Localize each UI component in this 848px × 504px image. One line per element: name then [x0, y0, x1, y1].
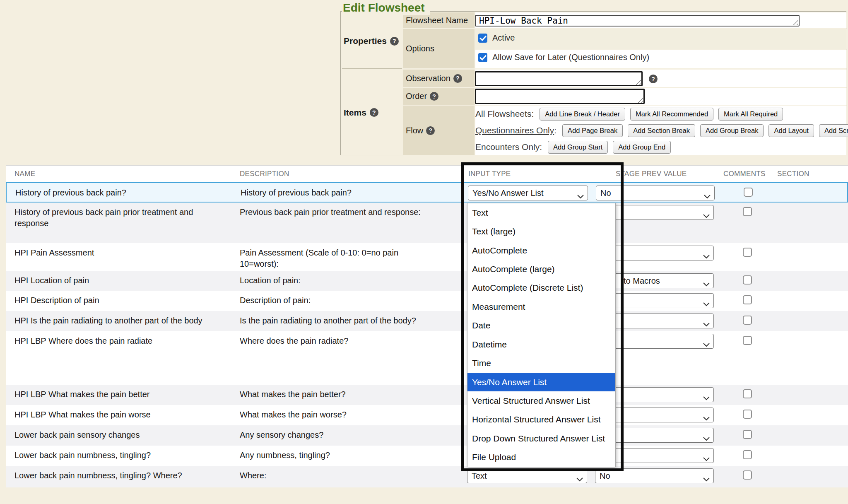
chevron-down-icon [704, 191, 711, 201]
table-row[interactable]: HPI LBP Where does the pain radiateWhere… [6, 331, 848, 385]
row-name: Lower back pain numbness, tingling? [14, 450, 224, 461]
dropdown-option[interactable]: AutoComplete [467, 241, 615, 260]
help-icon[interactable]: ? [390, 37, 399, 46]
dropdown-option[interactable]: Date [467, 316, 615, 335]
comments-checkbox[interactable] [743, 470, 752, 480]
chevron-down-icon [703, 393, 710, 403]
flowsheet-name-input[interactable] [475, 15, 800, 27]
comments-checkbox[interactable] [743, 389, 752, 398]
row-description: Any sensory changes? [240, 429, 449, 441]
comments-checkbox[interactable] [743, 295, 752, 304]
row-description: Previous back pain prior treatment and r… [240, 207, 449, 218]
column-header-name: NAME [14, 166, 35, 182]
table-row[interactable]: Lower back pain sensory changesAny senso… [6, 425, 848, 446]
add-group-start-button[interactable]: Add Group Start [548, 141, 608, 154]
table-row[interactable]: HPI Pain AssessmentPain Assessment (Scal… [6, 243, 848, 271]
table-row[interactable]: Lower back pain numbness, tingling? Wher… [6, 466, 848, 487]
table-header-row: NAMEDESCRIPTIONINPUT TYPESTAGE PREV VALU… [6, 166, 848, 182]
comments-checkbox[interactable] [743, 207, 752, 216]
edit-flowsheet-page: Edit Flowsheet Properties ? Items ? Flow… [0, 0, 848, 504]
table-row[interactable]: HPI LBP What makes the pain betterWhat m… [6, 385, 848, 405]
dropdown-option[interactable]: Measurement [467, 297, 615, 316]
table-row[interactable]: HPI Is the pain radiating to another par… [6, 311, 848, 331]
dropdown-option[interactable]: Datetime [467, 335, 615, 354]
comments-checkbox[interactable] [743, 410, 752, 419]
help-icon[interactable]: ? [649, 75, 658, 83]
column-header-comments: COMMENTS [723, 166, 766, 182]
dropdown-option[interactable]: AutoComplete (Discrete List) [467, 279, 615, 297]
stage-prev-value-select[interactable]: No [595, 468, 714, 483]
properties-section-label: Properties ? [342, 14, 402, 68]
dropdown-option[interactable]: Yes/No Answer List [467, 373, 615, 391]
table-row[interactable]: Lower back pain numbness, tingling?Any n… [6, 446, 848, 466]
section-divider [342, 68, 402, 69]
observation-label: Observation ? [403, 70, 475, 87]
allow-save-for-later-questionnaires-only-checkbox[interactable] [478, 53, 487, 62]
dropdown-option[interactable]: Time [467, 354, 615, 372]
row-description: Description of pain: [240, 295, 449, 306]
order-label: Order ? [403, 88, 475, 105]
dropdown-option[interactable]: File Upload [467, 448, 615, 466]
dropdown-option[interactable]: AutoComplete (large) [467, 260, 615, 278]
table-row[interactable]: HPI LBP What makes the pain worseWhat ma… [6, 405, 848, 425]
comments-checkbox[interactable] [743, 316, 752, 325]
add-section-break-button[interactable]: Add Section Break [628, 124, 695, 137]
select-value: Text [472, 471, 487, 481]
active-row-bg [475, 29, 846, 49]
comments-checkbox[interactable] [743, 336, 752, 345]
dropdown-option[interactable]: Horizontal Structured Answer List [467, 410, 615, 429]
column-header-stage-prev-value: STAGE PREV VALUE [616, 166, 687, 182]
comments-checkbox[interactable] [744, 188, 753, 197]
comments-checkbox[interactable] [743, 275, 752, 285]
mark-all-recommended-button[interactable]: Mark All Recommended [630, 108, 713, 121]
questionnaires-only-label[interactable]: Questionnaires Only: [475, 125, 556, 135]
table-row[interactable]: History of previous back pain?History of… [6, 182, 848, 203]
column-header-section: SECTION [777, 166, 809, 182]
options-label: Options [403, 29, 475, 68]
comments-checkbox[interactable] [743, 430, 752, 439]
encounters-only-label: Encounters Only: [475, 142, 542, 152]
add-scriptlet-button[interactable]: Add Scriptlet [819, 124, 848, 137]
add-group-end-button[interactable]: Add Group End [613, 141, 671, 154]
column-header-input-type: INPUT TYPE [468, 166, 511, 182]
input-type-select[interactable]: Yes/No Answer List [468, 186, 588, 200]
row-description: History of previous back pain? [241, 187, 450, 198]
stage-prev-value-select[interactable]: No [596, 186, 715, 200]
dropdown-option[interactable]: Vertical Structured Answer List [467, 391, 615, 410]
help-icon[interactable]: ? [370, 108, 378, 117]
help-icon[interactable]: ? [453, 74, 462, 83]
add-page-break-button[interactable]: Add Page Break [562, 124, 623, 137]
option-row: Allow Save for Later (Questionnaires Onl… [478, 53, 649, 62]
add-group-break-button[interactable]: Add Group Break [700, 124, 764, 137]
row-name: History of previous back pain prior trea… [14, 207, 224, 229]
help-icon[interactable]: ? [426, 126, 435, 135]
dropdown-option[interactable]: Drop Down Structured Answer List [467, 429, 615, 448]
flowsheet-items-table: History of previous back pain?History of… [6, 182, 848, 487]
input-type-select[interactable]: Text [467, 468, 587, 483]
row-name: Lower back pain sensory changes [14, 429, 224, 441]
comments-checkbox[interactable] [743, 248, 752, 257]
option-row: Active [478, 33, 515, 43]
row-description: Pain Assessment (Scale of 0-10: 0=no pai… [240, 247, 449, 270]
chevron-down-icon [703, 434, 710, 443]
chevron-down-icon [703, 299, 710, 309]
row-name: History of previous back pain? [15, 187, 224, 198]
table-row[interactable]: History of previous back pain prior trea… [6, 203, 848, 243]
dropdown-option[interactable]: Text [467, 203, 615, 222]
add-layout-button[interactable]: Add Layout [768, 124, 814, 137]
row-description: Any numbness, tingling? [240, 450, 449, 461]
add-line-break-header-button[interactable]: Add Line Break / Header [540, 108, 625, 121]
flow-line: Encounters Only:Add Group StartAdd Group… [475, 141, 846, 154]
comments-checkbox[interactable] [743, 450, 752, 459]
table-row[interactable]: HPI Description of painDescription of pa… [6, 291, 848, 311]
mark-all-required-button[interactable]: Mark All Required [718, 108, 783, 121]
flow-buttons-area: All Flowsheets:Add Line Break / HeaderMa… [475, 106, 846, 155]
observation-textarea[interactable] [475, 71, 643, 86]
column-header-description: DESCRIPTION [240, 166, 289, 182]
order-textarea[interactable] [475, 89, 645, 104]
table-row[interactable]: HPI Location of painLocation of pain:to … [6, 271, 848, 291]
dropdown-option[interactable]: Text (large) [467, 222, 615, 241]
active-checkbox[interactable] [478, 34, 487, 43]
row-name: Lower back pain numbness, tingling? Wher… [14, 470, 224, 481]
help-icon[interactable]: ? [430, 92, 438, 101]
